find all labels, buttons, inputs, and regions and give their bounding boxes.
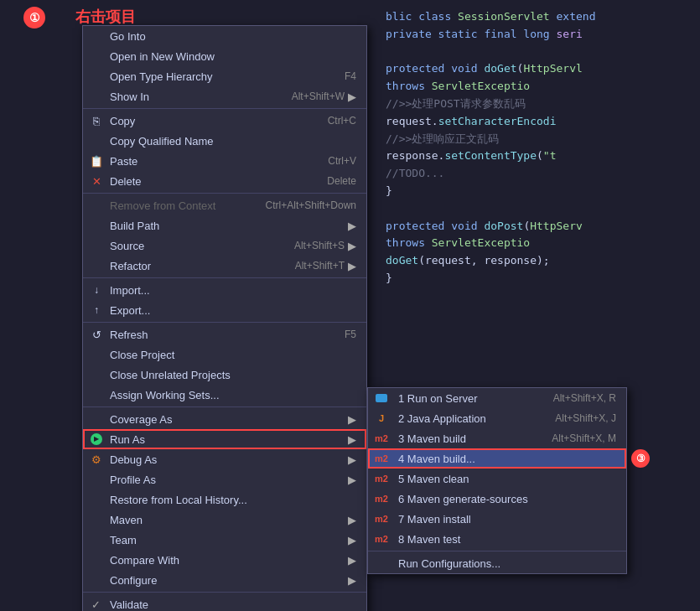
submenu-maven-install[interactable]: m2 7 Maven install — [368, 509, 626, 529]
maven-build-shortcut: Alt+Shift+X, M — [535, 432, 616, 444]
run-configurations-label: Run Configurations... — [398, 557, 500, 570]
menu-team[interactable]: Team ▶ — [83, 530, 366, 550]
submenu-maven-clean[interactable]: m2 5 Maven clean — [368, 469, 626, 489]
maven-install-label: 7 Maven install — [398, 513, 471, 526]
export-icon: ↑ — [90, 303, 103, 317]
menu-assign-working-sets[interactable]: Assign Working Sets... — [83, 385, 366, 405]
paste-shortcut: Ctrl+V — [311, 155, 356, 167]
menu-export[interactable]: ↑ Export... — [83, 300, 366, 320]
chinese-annotation-label: 右击项目 — [75, 7, 136, 27]
menu-run-as[interactable]: ▶ Run As ▶ ② — [83, 429, 366, 449]
maven-arrow-icon: ▶ — [348, 514, 356, 526]
remove-from-context-shortcut: Ctrl+Alt+Shift+Down — [249, 199, 356, 211]
menu-build-path[interactable]: Build Path ▶ — [83, 215, 366, 236]
profile-as-arrow-icon: ▶ — [348, 474, 356, 486]
paste-label: Paste — [110, 155, 137, 168]
java-icon: J — [375, 412, 388, 425]
build-path-arrow-icon: ▶ — [348, 220, 356, 232]
debug-as-arrow-icon: ▶ — [348, 453, 356, 466]
go-into-label: Go Into — [110, 30, 146, 43]
menu-coverage-as[interactable]: Coverage As ▶ — [83, 409, 366, 429]
validate-label: Validate — [110, 598, 148, 611]
maven-clean-label: 5 Maven clean — [398, 473, 469, 485]
configure-arrow-icon: ▶ — [348, 574, 356, 587]
remove-from-context-label: Remove from Context — [110, 199, 215, 212]
team-label: Team — [110, 534, 137, 546]
menu-configure[interactable]: Configure ▶ — [83, 570, 366, 590]
open-type-hierarchy-shortcut: F4 — [328, 70, 356, 82]
m2-icon-5: m2 — [375, 512, 388, 526]
refactor-shortcut: Alt+Shift+T — [278, 260, 345, 272]
menu-close-unrelated[interactable]: Close Unrelated Projects — [83, 365, 366, 385]
show-in-arrow-icon: ▶ — [348, 91, 356, 103]
server-icon — [375, 391, 388, 405]
submenu-maven-generate-sources[interactable]: m2 6 Maven generate-sources — [368, 489, 626, 509]
paste-icon: 📋 — [90, 154, 103, 168]
java-application-shortcut: Alt+Shift+X, J — [538, 412, 616, 424]
menu-debug-as[interactable]: ⚙ Debug As ▶ — [83, 449, 366, 469]
m2-icon-6: m2 — [375, 532, 388, 546]
menu-refactor[interactable]: Refactor Alt+Shift+T ▶ — [83, 256, 366, 276]
copy-shortcut: Ctrl+C — [311, 115, 356, 127]
compare-with-label: Compare With — [110, 554, 179, 567]
delete-label: Delete — [110, 175, 142, 188]
m2-icon-2: m2 — [375, 452, 388, 465]
close-project-label: Close Project — [110, 349, 174, 361]
source-arrow-icon: ▶ — [348, 240, 356, 252]
menu-copy-qualified-name[interactable]: Copy Qualified Name — [83, 131, 366, 151]
compare-with-arrow-icon: ▶ — [348, 554, 356, 567]
menu-refresh[interactable]: ↺ Refresh F5 — [83, 324, 366, 344]
java-application-label: 2 Java Application — [398, 412, 486, 425]
context-menu: Go Into Open in New Window Open Type Hie… — [82, 25, 367, 611]
menu-show-in[interactable]: Show In Alt+Shift+W ▶ — [83, 86, 366, 106]
refactor-label: Refactor — [110, 260, 151, 272]
menu-import[interactable]: ↓ Import... — [83, 280, 366, 300]
refactor-arrow-icon: ▶ — [348, 260, 356, 272]
menu-open-type-hierarchy[interactable]: Open Type Hierarchy F4 — [83, 66, 366, 86]
show-in-shortcut: Alt+Shift+W — [275, 91, 345, 102]
menu-maven[interactable]: Maven ▶ — [83, 510, 366, 530]
source-shortcut: Alt+Shift+S — [277, 240, 345, 251]
assign-working-sets-label: Assign Working Sets... — [110, 389, 220, 401]
menu-delete[interactable]: ✕ Delete Delete — [83, 171, 366, 191]
run-as-icon: ▶ — [90, 432, 103, 446]
menu-open-new-window[interactable]: Open in New Window — [83, 46, 366, 66]
menu-compare-with[interactable]: Compare With ▶ — [83, 550, 366, 570]
show-in-label: Show In — [110, 91, 149, 103]
run-on-server-shortcut: Alt+Shift+X, R — [537, 392, 616, 404]
submenu-separator — [368, 551, 626, 551]
configure-label: Configure — [110, 574, 157, 587]
open-type-hierarchy-label: Open Type Hierarchy — [110, 70, 213, 83]
close-unrelated-label: Close Unrelated Projects — [110, 369, 231, 381]
menu-paste[interactable]: 📋 Paste Ctrl+V — [83, 151, 366, 171]
copy-icon: ⎘ — [90, 114, 103, 127]
maven-build-dots-label: 4 Maven build... — [398, 453, 475, 465]
submenu-maven-test[interactable]: m2 8 Maven test — [368, 529, 626, 549]
copy-label: Copy — [110, 115, 135, 127]
delete-icon: ✕ — [90, 174, 103, 188]
submenu-maven-build[interactable]: m2 3 Maven build Alt+Shift+X, M — [368, 428, 626, 448]
menu-profile-as[interactable]: Profile As ▶ — [83, 469, 366, 489]
submenu-run-configurations[interactable]: Run Configurations... — [368, 553, 626, 573]
debug-as-icon: ⚙ — [90, 453, 103, 466]
m2-icon-4: m2 — [375, 492, 388, 505]
submenu-java-application[interactable]: J 2 Java Application Alt+Shift+X, J — [368, 408, 626, 428]
build-path-label: Build Path — [110, 220, 159, 232]
delete-shortcut: Delete — [310, 175, 356, 187]
submenu-run-on-server[interactable]: 1 Run on Server Alt+Shift+X, R — [368, 388, 626, 408]
menu-close-project[interactable]: Close Project — [83, 344, 366, 365]
maven-build-label: 3 Maven build — [398, 432, 466, 445]
maven-test-label: 8 Maven test — [398, 533, 460, 546]
separator-2 — [83, 193, 366, 194]
menu-validate[interactable]: Validate — [83, 594, 366, 611]
open-new-window-label: Open in New Window — [110, 50, 215, 63]
menu-remove-from-context[interactable]: Remove from Context Ctrl+Alt+Shift+Down — [83, 195, 366, 215]
menu-go-into[interactable]: Go Into — [83, 26, 366, 46]
separator-4 — [83, 322, 366, 323]
submenu-maven-build-dots[interactable]: m2 4 Maven build... ③ — [368, 448, 626, 469]
menu-source[interactable]: Source Alt+Shift+S ▶ — [83, 236, 366, 256]
run-as-arrow-icon: ▶ — [348, 433, 356, 446]
menu-copy[interactable]: ⎘ Copy Ctrl+C — [83, 111, 366, 131]
maven-generate-sources-label: 6 Maven generate-sources — [398, 493, 528, 505]
menu-restore-history[interactable]: Restore from Local History... — [83, 489, 366, 510]
